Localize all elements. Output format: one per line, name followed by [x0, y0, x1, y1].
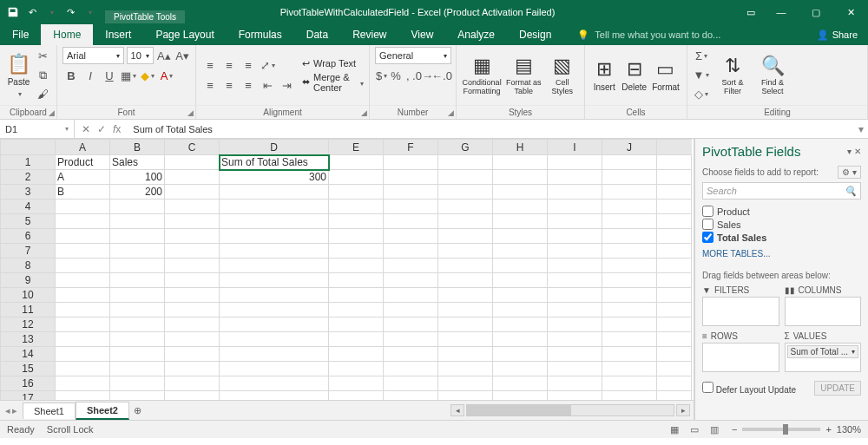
increase-decimal-icon[interactable]: .0→ — [414, 67, 431, 84]
cell[interactable]: 300 — [220, 170, 329, 185]
cell[interactable] — [438, 376, 493, 391]
cell[interactable] — [165, 273, 220, 288]
cell[interactable] — [165, 244, 220, 258]
col-header[interactable]: J — [602, 140, 657, 155]
cell[interactable] — [329, 347, 384, 362]
cell[interactable] — [602, 391, 657, 401]
undo-icon[interactable]: ↶ — [24, 4, 40, 20]
cell[interactable] — [165, 170, 220, 185]
sheet-nav-last-icon[interactable]: ▸ — [12, 405, 17, 416]
cell[interactable]: B — [56, 185, 110, 200]
row-header[interactable]: 16 — [1, 376, 56, 391]
more-tables-link[interactable]: MORE TABLES... — [702, 249, 861, 258]
copy-icon[interactable]: ⧉ — [34, 67, 51, 84]
cell[interactable] — [493, 273, 548, 288]
area-values-box[interactable]: Sum of Total ...▾ — [785, 343, 862, 372]
row-header[interactable]: 13 — [1, 332, 56, 347]
row-header[interactable]: 15 — [1, 362, 56, 376]
cell[interactable] — [548, 347, 602, 362]
cell[interactable] — [602, 258, 657, 273]
cell[interactable] — [220, 185, 329, 200]
sheet-tab[interactable]: Sheet1 — [23, 402, 76, 419]
clear-button[interactable]: ◇ — [693, 86, 710, 103]
cell[interactable]: A — [56, 170, 110, 185]
cell[interactable] — [493, 185, 548, 200]
worksheet-grid[interactable]: A B C D E F G H I J 1ProductSalesSum of … — [0, 139, 694, 400]
cell[interactable] — [329, 258, 384, 273]
cell[interactable]: 200 — [110, 185, 165, 200]
field-checkbox-sales[interactable]: Sales — [702, 218, 861, 231]
cell[interactable] — [548, 273, 602, 288]
row-header[interactable]: 7 — [1, 244, 56, 258]
alignment-dialog-icon[interactable]: ◢ — [361, 107, 367, 120]
cell[interactable] — [110, 376, 165, 391]
cell[interactable] — [384, 288, 438, 303]
fill-button[interactable]: ▼ — [693, 67, 710, 84]
cell[interactable] — [548, 376, 602, 391]
row-header[interactable]: 2 — [1, 170, 56, 185]
cell[interactable] — [56, 391, 110, 401]
align-right-icon[interactable]: ≡ — [240, 76, 257, 94]
cell[interactable] — [602, 155, 657, 170]
col-header[interactable]: F — [384, 140, 438, 155]
cell[interactable] — [56, 214, 110, 229]
bold-button[interactable]: B — [62, 67, 80, 84]
orientation-icon[interactable]: ⤢ — [259, 56, 276, 74]
cell[interactable] — [56, 362, 110, 376]
row-header[interactable]: 1 — [1, 155, 56, 170]
update-button[interactable]: UPDATE — [814, 381, 861, 396]
insert-cells-button[interactable]: ⊞Insert — [590, 58, 618, 92]
font-color-button[interactable]: A — [158, 67, 175, 84]
cell[interactable] — [56, 317, 110, 332]
row-header[interactable]: 10 — [1, 288, 56, 303]
cell[interactable] — [165, 185, 220, 200]
cell[interactable] — [384, 317, 438, 332]
cell[interactable] — [56, 332, 110, 347]
cell[interactable] — [548, 214, 602, 229]
save-icon[interactable] — [5, 4, 21, 20]
cell[interactable] — [548, 170, 602, 185]
cell[interactable] — [384, 244, 438, 258]
cell[interactable] — [438, 362, 493, 376]
number-dialog-icon[interactable]: ◢ — [448, 107, 454, 120]
value-field-chip[interactable]: Sum of Total ...▾ — [787, 345, 859, 358]
cell[interactable] — [165, 214, 220, 229]
cell[interactable] — [329, 155, 384, 170]
cell[interactable] — [329, 185, 384, 200]
cell[interactable] — [220, 244, 329, 258]
col-header[interactable]: A — [56, 140, 110, 155]
increase-indent-icon[interactable]: ⇥ — [278, 76, 295, 94]
row-header[interactable]: 14 — [1, 347, 56, 362]
cell[interactable] — [438, 214, 493, 229]
cell[interactable] — [220, 332, 329, 347]
col-header[interactable]: C — [165, 140, 220, 155]
cell[interactable] — [493, 229, 548, 244]
comma-button[interactable]: , — [404, 67, 412, 84]
cell[interactable] — [329, 244, 384, 258]
cell[interactable] — [602, 229, 657, 244]
maximize-button[interactable]: ▢ — [799, 0, 833, 24]
cell[interactable] — [329, 332, 384, 347]
cell[interactable] — [110, 214, 165, 229]
cell[interactable] — [602, 317, 657, 332]
row-header[interactable]: 6 — [1, 229, 56, 244]
cell[interactable] — [493, 155, 548, 170]
cell[interactable] — [329, 362, 384, 376]
cut-icon[interactable]: ✂ — [34, 48, 51, 65]
ribbon-options-icon[interactable]: ▭ — [738, 0, 764, 24]
row-header[interactable]: 11 — [1, 303, 56, 317]
sheet-nav-first-icon[interactable]: ◂ — [5, 405, 10, 416]
cell[interactable] — [165, 391, 220, 401]
cell[interactable] — [384, 185, 438, 200]
cell[interactable] — [56, 347, 110, 362]
cell[interactable] — [438, 317, 493, 332]
align-left-icon[interactable]: ≡ — [201, 76, 219, 94]
cell[interactable] — [110, 391, 165, 401]
cell[interactable] — [384, 170, 438, 185]
col-header[interactable]: H — [493, 140, 548, 155]
pane-close-icon[interactable]: ✕ — [854, 147, 861, 156]
tab-formulas[interactable]: Formulas — [227, 24, 294, 45]
zoom-slider[interactable] — [742, 428, 820, 431]
hscroll-thumb[interactable] — [467, 405, 571, 416]
cell[interactable] — [548, 303, 602, 317]
